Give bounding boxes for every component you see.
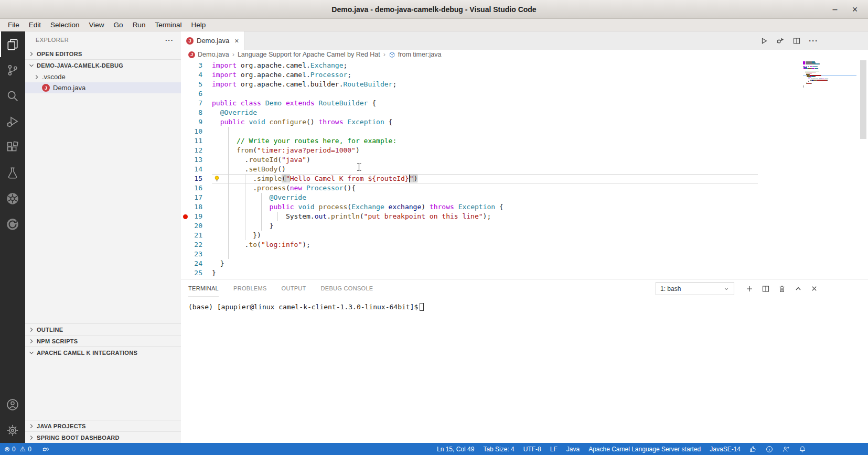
explorer-icon[interactable]	[0, 31, 25, 57]
code-line-24[interactable]: 24 }	[181, 259, 868, 268]
close-panel-icon[interactable]	[810, 285, 818, 292]
source-control-icon[interactable]	[0, 57, 25, 83]
gutter[interactable]: 21	[181, 231, 212, 240]
more-actions-icon[interactable]: ···	[809, 36, 818, 45]
code-editor[interactable]: 3import org.apache.camel.Exchange;4impor…	[181, 59, 868, 279]
gutter[interactable]: 17	[181, 193, 212, 202]
code-line-25[interactable]: 25}	[181, 268, 868, 278]
close-button[interactable]: ×	[850, 5, 860, 14]
test-beaker-icon[interactable]	[0, 160, 25, 186]
gutter[interactable]: 14	[181, 165, 212, 174]
code-line-6[interactable]: 6	[181, 89, 868, 99]
menu-view[interactable]: View	[84, 19, 109, 31]
terminal-shell-select[interactable]: 1: bash	[656, 282, 734, 295]
sidebar-section-spring-boot-dashboard[interactable]: SPRING BOOT DASHBOARD	[25, 431, 181, 443]
gutter[interactable]: 10	[181, 127, 212, 136]
code-line-11[interactable]: 11 // Write your routes here, for exampl…	[181, 136, 868, 146]
code-line-12[interactable]: 12 from("timer:java?period=1000")	[181, 146, 868, 155]
gutter[interactable]: 24	[181, 259, 212, 268]
gutter[interactable]: 20	[181, 221, 212, 231]
menu-selection[interactable]: Selection	[46, 19, 84, 31]
kill-terminal-trash-icon[interactable]	[778, 285, 786, 293]
gutter[interactable]: 15	[181, 174, 212, 183]
gutter[interactable]: 9	[181, 117, 212, 127]
sidebar-section-open-editors[interactable]: OPEN EDITORS	[25, 48, 181, 60]
kubernetes-icon[interactable]	[0, 186, 25, 211]
gutter[interactable]: 23	[181, 250, 212, 259]
debug-status-icon[interactable]	[42, 445, 50, 453]
breakpoint-dot[interactable]	[183, 214, 188, 219]
gutter[interactable]: 12	[181, 146, 212, 155]
code-line-18[interactable]: 18 public void process(Exchange exchange…	[181, 202, 868, 212]
window-titlebar[interactable]: Demo.java - demo-java-camelk-debug - Vis…	[0, 0, 868, 19]
code-line-21[interactable]: 21 })	[181, 231, 868, 240]
run-button[interactable]	[759, 37, 768, 45]
panel-tab-terminal[interactable]: TERMINAL	[188, 279, 219, 297]
breadcrumb-item[interactable]: JDemo.java	[188, 51, 229, 58]
gutter[interactable]: 25	[181, 268, 212, 278]
code-line-8[interactable]: 8 @Override	[181, 108, 868, 117]
like-icon[interactable]	[749, 446, 757, 453]
info-icon[interactable]	[766, 446, 773, 453]
terminal-content[interactable]: (base) [apupier@linux camel-k-client-1.3…	[181, 297, 868, 311]
panel-tab-debug-console[interactable]: DEBUG CONSOLE	[321, 279, 373, 297]
split-editor-button[interactable]	[792, 37, 801, 45]
gutter[interactable]: 11	[181, 136, 212, 146]
sidebar-more-icon[interactable]: ···	[165, 36, 174, 44]
status-item[interactable]: Apache Camel Language Server started	[588, 446, 701, 453]
new-terminal-button[interactable]	[745, 285, 754, 293]
tab-demo-java[interactable]: J Demo.java ×	[181, 31, 244, 50]
status-item[interactable]: JavaSE-14	[710, 446, 741, 453]
breadcrumb-item[interactable]: from timer:java	[389, 51, 442, 58]
code-line-16[interactable]: 16 .process(new Processor(){	[181, 183, 868, 193]
menu-go[interactable]: Go	[109, 19, 128, 31]
code-line-4[interactable]: 4import org.apache.camel.Processor;	[181, 70, 868, 80]
menu-run[interactable]: Run	[128, 19, 151, 31]
gutter[interactable]: 7	[181, 99, 212, 108]
search-icon[interactable]	[0, 83, 25, 109]
sidebar-section-npm-scripts[interactable]: NPM SCRIPTS	[25, 335, 181, 346]
sidebar-section-workspace[interactable]: DEMO-JAVA-CAMELK-DEBUG	[25, 60, 181, 71]
status-item[interactable]: LF	[550, 446, 558, 453]
menu-help[interactable]: Help	[186, 19, 210, 31]
code-line-22[interactable]: 22 .to("log:info");	[181, 240, 868, 250]
sidebar-section-java-projects[interactable]: JAVA PROJECTS	[25, 420, 181, 431]
status-item[interactable]: UTF-8	[523, 446, 541, 453]
code-line-7[interactable]: 7public class Demo extends RouteBuilder …	[181, 99, 868, 108]
sidebar-section-camel-k-integrations[interactable]: APACHE CAMEL K INTEGRATIONS	[25, 346, 181, 358]
code-line-23[interactable]: 23	[181, 250, 868, 259]
gutter[interactable]: 3	[181, 61, 212, 70]
run-debug-icon[interactable]	[0, 109, 25, 134]
code-line-14[interactable]: 14 .setBody()	[181, 165, 868, 174]
status-item[interactable]: Tab Size: 4	[483, 446, 514, 453]
bell-icon[interactable]	[799, 446, 806, 453]
code-line-17[interactable]: 17 @Override	[181, 193, 868, 202]
gutter[interactable]: 18	[181, 202, 212, 212]
code-line-3[interactable]: 3import org.apache.camel.Exchange;	[181, 61, 868, 70]
code-line-5[interactable]: 5import org.apache.camel.builder.RouteBu…	[181, 80, 868, 89]
maximize-panel-chevron-icon[interactable]	[794, 285, 802, 293]
status-item[interactable]: Java	[566, 446, 580, 453]
menu-terminal[interactable]: Terminal	[150, 19, 186, 31]
gutter[interactable]: 6	[181, 89, 212, 99]
menu-file[interactable]: File	[3, 19, 24, 31]
gutter[interactable]: 22	[181, 240, 212, 250]
split-terminal-button[interactable]	[762, 285, 770, 293]
gutter[interactable]: 19	[181, 212, 212, 221]
gutter[interactable]: 8	[181, 108, 212, 117]
tree-item-vscode-folder[interactable]: .vscode	[25, 71, 181, 82]
refresh-circle-icon[interactable]	[0, 211, 25, 237]
settings-gear-icon[interactable]	[0, 417, 25, 443]
panel-tab-output[interactable]: OUTPUT	[282, 279, 306, 297]
problems-counts[interactable]: ⊗ 0 ⚠ 0	[4, 445, 31, 453]
tab-close-icon[interactable]: ×	[234, 37, 239, 45]
code-line-10[interactable]: 10	[181, 127, 868, 136]
debug-run-button[interactable]	[776, 36, 785, 45]
tree-item-demo-java[interactable]: J Demo.java	[25, 82, 181, 93]
status-item[interactable]: Ln 15, Col 49	[437, 446, 474, 453]
sidebar-section-outline[interactable]: OUTLINE	[25, 323, 181, 335]
code-line-15[interactable]: 15 .simple("Hello Camel K from ${routeId…	[181, 174, 868, 183]
code-line-20[interactable]: 20 }	[181, 221, 868, 231]
minimize-button[interactable]: –	[830, 5, 840, 14]
breadcrumb-item[interactable]: Language Support for Apache Camel by Red…	[238, 51, 380, 58]
